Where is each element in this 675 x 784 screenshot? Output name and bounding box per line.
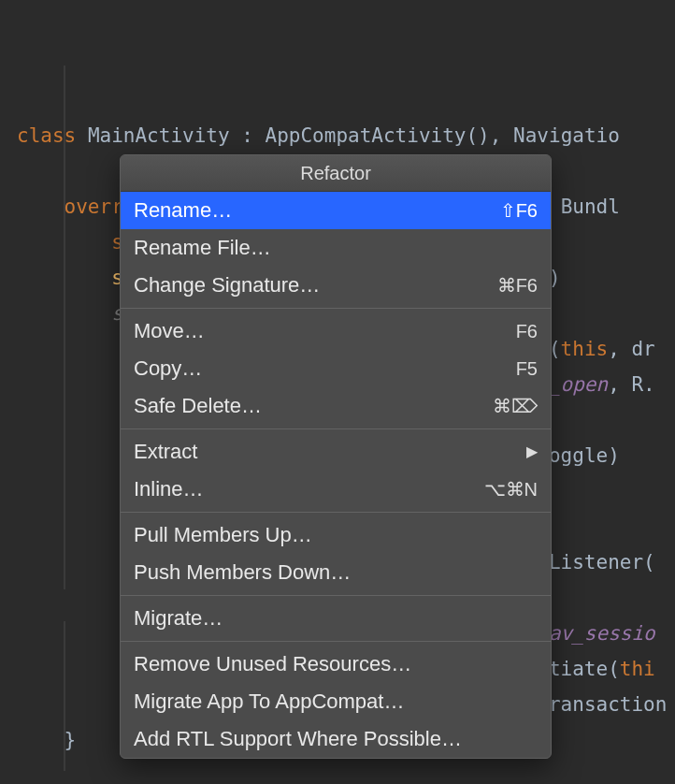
menu-item-rename[interactable]: Rename…⇧F6 [121,192,551,229]
menu-item-change-signature[interactable]: Change Signature…⌘F6 [121,267,551,304]
menu-item-shortcut: F5 [516,359,538,378]
code-line [17,480,29,502]
menu-item-label: Extract [134,442,197,462]
code-line: class MainActivity : AppCompatActivity()… [17,124,620,147]
menu-item-label: Push Members Down… [134,562,351,583]
code-line [17,587,29,609]
menu-item-add-rtl-support-where-possible[interactable]: Add RTL Support Where Possible… [121,720,551,758]
menu-item-label: Rename File… [134,238,271,258]
menu-title: Refactor [121,155,551,192]
menu-item-shortcut: ⌘⌦ [493,397,538,415]
submenu-arrow-icon: ▶ [526,444,538,459]
refactor-context-menu: Refactor Rename…⇧F6Rename File…Change Si… [120,154,552,759]
menu-item-shortcut: ⇧F6 [500,201,538,220]
menu-item-remove-unused-resources[interactable]: Remove Unused Resources… [121,646,551,683]
menu-item-copy[interactable]: Copy…F5 [121,350,551,387]
menu-item-shortcut: ⌥⌘N [484,480,538,499]
menu-separator [121,595,551,596]
menu-item-label: Migrate App To AppCompat… [134,691,404,712]
menu-item-label: Remove Unused Resources… [134,654,411,675]
menu-items-container: Rename…⇧F6Rename File…Change Signature…⌘… [121,192,551,758]
menu-item-migrate-app-to-appcompat[interactable]: Migrate App To AppCompat… [121,683,551,720]
code-line [17,764,29,784]
gutter-line [64,65,65,589]
menu-item-safe-delete[interactable]: Safe Delete…⌘⌦ [121,387,551,425]
menu-separator [121,641,551,642]
menu-item-shortcut: ⌘F6 [497,276,538,295]
menu-item-rename-file[interactable]: Rename File… [121,229,551,267]
menu-item-label: Rename… [134,200,232,221]
menu-item-extract[interactable]: Extract▶ [121,433,551,471]
menu-item-push-members-down[interactable]: Push Members Down… [121,554,551,591]
menu-item-label: Change Signature… [134,275,320,296]
menu-separator [121,512,551,513]
code-line: } [17,729,76,751]
menu-item-label: Pull Members Up… [134,525,312,545]
code-line [17,515,29,538]
gutter-line [64,621,65,771]
menu-item-shortcut: F6 [516,322,538,341]
menu-item-label: Move… [134,321,205,341]
menu-item-label: Inline… [134,479,204,500]
menu-item-label: Add RTL Support Where Possible… [134,729,462,749]
menu-item-inline[interactable]: Inline…⌥⌘N [121,471,551,508]
menu-item-label: Migrate… [134,608,223,629]
menu-separator [121,308,551,309]
menu-item-label: Safe Delete… [134,396,262,416]
menu-separator [121,428,551,429]
menu-item-label: Copy… [134,358,202,379]
code-line [17,409,29,431]
menu-item-move[interactable]: Move…F6 [121,312,551,350]
menu-item-migrate[interactable]: Migrate… [121,600,551,637]
menu-item-pull-members-up[interactable]: Pull Members Up… [121,516,551,554]
